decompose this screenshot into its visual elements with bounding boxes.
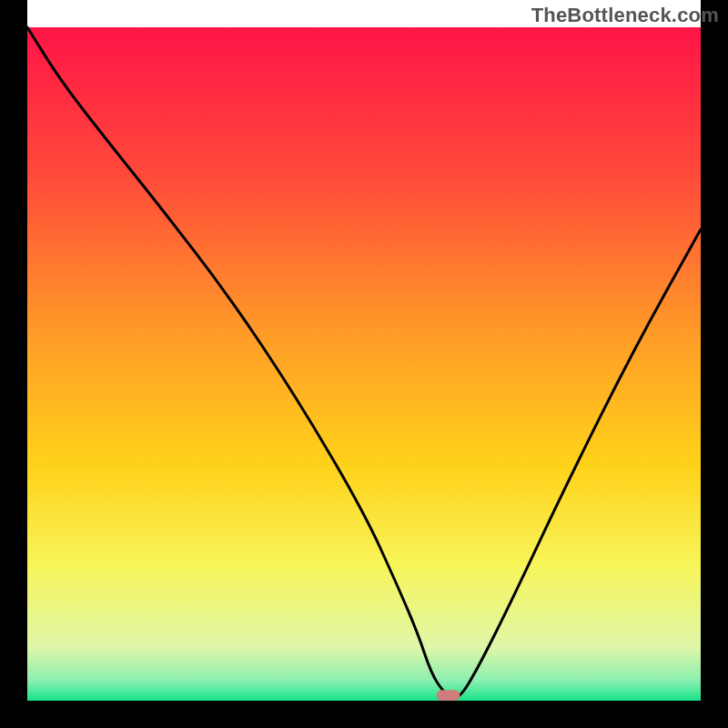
svg-rect-0 xyxy=(0,0,27,728)
watermark-label: TheBottleneck.com xyxy=(531,4,719,27)
plot-background xyxy=(27,27,701,701)
chart-stage: TheBottleneck.com xyxy=(0,0,728,728)
bottleneck-chart xyxy=(0,0,728,728)
minimum-marker xyxy=(437,690,460,701)
svg-rect-1 xyxy=(701,0,728,728)
svg-rect-2 xyxy=(0,701,728,728)
